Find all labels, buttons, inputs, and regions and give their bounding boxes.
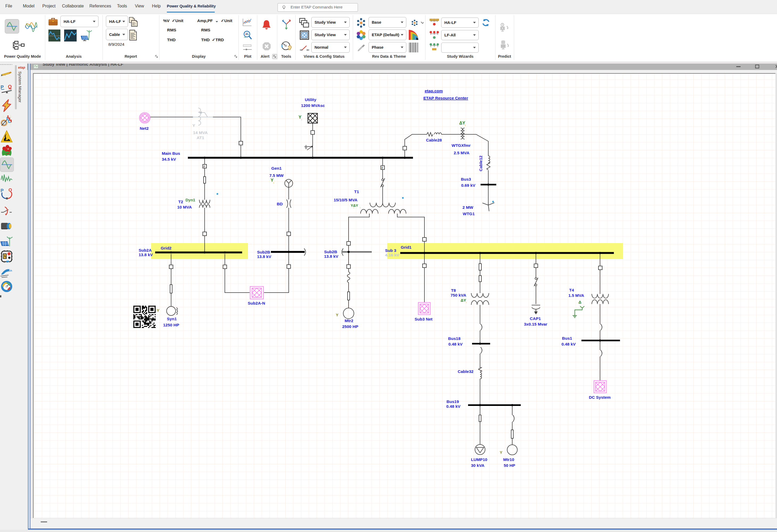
svg-text:F: F — [204, 165, 205, 168]
svg-text:7.5 MW: 7.5 MW — [269, 173, 284, 178]
svg-text:↓: ↓ — [273, 180, 274, 184]
svg-text:Sub 3: Sub 3 — [385, 248, 397, 253]
svg-text:2.5 MVA: 2.5 MVA — [454, 151, 469, 155]
svg-text:50 HP: 50 HP — [504, 463, 515, 468]
svg-text:WTG1: WTG1 — [463, 212, 475, 216]
svg-text:T8: T8 — [451, 288, 456, 293]
svg-text:P: P — [1, 188, 3, 193]
svg-text:Cable28: Cable28 — [426, 138, 442, 142]
svg-text:1200 MVAsc: 1200 MVAsc — [301, 103, 325, 108]
svg-text:Utility: Utility — [305, 97, 316, 102]
svg-text:Sub2B: Sub2B — [324, 250, 337, 254]
svg-text:2 MW: 2 MW — [462, 205, 473, 210]
svg-text:Net2: Net2 — [140, 126, 149, 131]
svg-text:ETAP Resource Center: ETAP Resource Center — [423, 96, 468, 100]
svg-text:Δ: Δ — [578, 300, 581, 304]
svg-text:Bus19: Bus19 — [447, 399, 459, 404]
svg-text:T4: T4 — [569, 288, 574, 292]
svg-text:Bus18: Bus18 — [448, 336, 461, 341]
svg-text:Cable32: Cable32 — [458, 369, 473, 374]
svg-text:Bus1: Bus1 — [562, 336, 572, 341]
svg-text:34.5 kV: 34.5 kV — [162, 157, 176, 161]
svg-text:1250 HP: 1250 HP — [163, 323, 179, 327]
svg-text:Y: Y — [336, 312, 338, 317]
svg-text:↓: ↓ — [465, 123, 466, 126]
svg-text:Sub2B: Sub2B — [257, 250, 270, 254]
svg-text:13.8 kV: 13.8 kV — [324, 254, 338, 259]
svg-text:Sub3 Net: Sub3 Net — [415, 317, 432, 321]
svg-text:10 MVA: 10 MVA — [177, 205, 192, 209]
svg-text:Gen1: Gen1 — [271, 166, 282, 170]
svg-text:0.48 kV: 0.48 kV — [561, 342, 576, 346]
svg-text:ΔY: ΔY — [461, 298, 466, 302]
svg-text:15/10/5 MVA: 15/10/5 MVA — [334, 197, 357, 202]
svg-text:Bus3: Bus3 — [461, 177, 471, 181]
svg-text:DC System: DC System — [589, 395, 611, 400]
svg-text:750 kVA: 750 kVA — [450, 293, 466, 297]
svg-text:T1: T1 — [354, 189, 359, 194]
svg-text:T2: T2 — [178, 200, 183, 204]
svg-text:0.48 kV: 0.48 kV — [448, 342, 463, 346]
svg-text:13.8 kV: 13.8 kV — [257, 254, 271, 259]
svg-text:WTGXfmr: WTGXfmr — [452, 143, 470, 148]
svg-text:Cable12: Cable12 — [478, 156, 483, 171]
svg-text:etap.com: etap.com — [425, 89, 443, 93]
svg-text:Y: Y — [192, 123, 195, 128]
svg-text:Dyn1: Dyn1 — [186, 197, 195, 202]
svg-text:2500 HP: 2500 HP — [342, 324, 358, 329]
svg-text:13.8 kV: 13.8 kV — [139, 252, 153, 257]
svg-text:↓: ↓ — [359, 206, 361, 209]
svg-text:1.5 MVA: 1.5 MVA — [568, 293, 584, 298]
svg-text:14 MVA: 14 MVA — [193, 130, 208, 135]
svg-text:3x0.15 Mvar: 3x0.15 Mvar — [524, 322, 547, 326]
svg-text:Y: Y — [157, 308, 159, 312]
svg-text:Grid1: Grid1 — [401, 245, 412, 250]
svg-text:Sub2A-N: Sub2A-N — [248, 301, 265, 305]
svg-text:30 kVA: 30 kVA — [471, 463, 484, 468]
svg-text:BD: BD — [277, 202, 283, 206]
svg-text:Syn1: Syn1 — [167, 316, 177, 321]
svg-text:Sub2A: Sub2A — [139, 248, 152, 252]
svg-text:F: F — [381, 166, 383, 169]
svg-text:0.69 kV: 0.69 kV — [461, 183, 475, 187]
svg-text:AT1: AT1 — [197, 135, 204, 140]
svg-text:Y: Y — [500, 450, 503, 454]
svg-text:4.16 kV: 4.16 kV — [385, 253, 400, 257]
svg-text:Mtr2: Mtr2 — [345, 318, 353, 323]
svg-text:Main Bus: Main Bus — [162, 151, 180, 156]
svg-text:Grid2: Grid2 — [161, 246, 172, 250]
svg-text:CAP1: CAP1 — [530, 316, 541, 321]
svg-text:↓: ↓ — [353, 206, 354, 209]
svg-text:LUMP10: LUMP10 — [471, 457, 487, 462]
svg-text:0.48 kV: 0.48 kV — [446, 404, 461, 409]
svg-text:↓: ↓ — [301, 118, 303, 121]
svg-text:↓: ↓ — [466, 300, 467, 303]
svg-text:Mtr10: Mtr10 — [503, 457, 514, 462]
